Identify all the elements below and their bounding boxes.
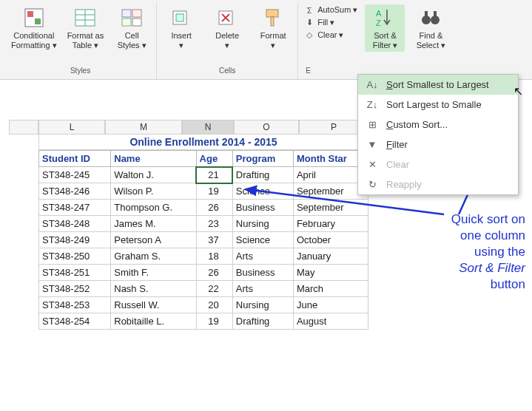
svg-rect-8 <box>132 10 141 17</box>
cell[interactable]: 26 <box>196 265 232 281</box>
column-header[interactable]: L <box>38 120 105 135</box>
column-header[interactable]: M <box>105 120 182 135</box>
table-header[interactable]: Student ID <box>39 151 111 167</box>
cell[interactable]: March <box>293 281 368 297</box>
cell-styles-icon <box>121 6 143 30</box>
data-table: Student IDNameAgeProgramMonth Star ST348… <box>38 150 368 330</box>
cell[interactable]: James M. <box>111 216 196 232</box>
cell[interactable]: 20 <box>196 297 232 313</box>
cell[interactable]: Peterson A <box>111 232 196 248</box>
group-label: E <box>306 65 311 78</box>
label: Format as <box>67 31 104 41</box>
label: ort Smallest to Largest <box>393 79 489 90</box>
table-row: ST348-249Peterson A37ScienceOctober <box>39 232 368 248</box>
cell[interactable]: February <box>293 216 368 232</box>
cell[interactable]: Graham S. <box>111 248 196 265</box>
cell[interactable]: 19 <box>196 183 232 200</box>
insert-button[interactable]: Insert ▾ <box>161 4 201 52</box>
conditional-formatting-button[interactable]: Conditional Formatting ▾ <box>9 4 59 52</box>
cell[interactable]: 21 <box>196 167 232 183</box>
cell[interactable]: 18 <box>196 248 232 265</box>
clear-button[interactable]: ◇Clear ▾ <box>303 30 359 41</box>
menu-reapply: ↻ Reapply <box>358 174 518 194</box>
find-select-button[interactable]: Find & Select ▾ <box>411 4 451 52</box>
autosum-button[interactable]: ΣAutoSum ▾ <box>303 4 359 16</box>
svg-rect-9 <box>122 18 131 26</box>
fill-button[interactable]: ⬇Fill ▾ <box>303 17 359 28</box>
cell[interactable]: Science <box>232 232 293 248</box>
label: Format <box>260 31 286 41</box>
cell[interactable]: Business <box>232 265 293 281</box>
cell[interactable]: August <box>293 313 368 330</box>
cell[interactable]: ST348-248 <box>39 216 111 232</box>
cell[interactable]: ST348-246 <box>39 183 111 200</box>
cell[interactable]: May <box>293 265 368 281</box>
sort-filter-button[interactable]: AZ Sort & Filter ▾ <box>365 4 405 52</box>
sheet-title: Online Enrollment 2014 - 2015 <box>38 135 368 150</box>
table-header[interactable]: Name <box>111 151 196 167</box>
column-header[interactable] <box>9 120 38 135</box>
cell[interactable]: 26 <box>196 200 232 216</box>
cell[interactable]: 19 <box>196 313 232 330</box>
label: Formatting ▾ <box>11 41 57 50</box>
cell[interactable]: Arts <box>232 248 293 265</box>
format-icon <box>263 6 283 30</box>
format-as-table-icon <box>74 6 96 30</box>
cell[interactable]: October <box>293 232 368 248</box>
svg-rect-22 <box>425 11 428 17</box>
svg-rect-2 <box>35 18 41 24</box>
table-row: ST348-252Nash S.22ArtsMarch <box>39 281 368 297</box>
table-header[interactable]: Program <box>232 151 293 167</box>
cell[interactable]: Arts <box>232 281 293 297</box>
menu-sort-desc[interactable]: Z↓ Sort Largest to Smalle <box>358 95 518 115</box>
svg-rect-16 <box>266 10 278 17</box>
column-header[interactable]: O <box>234 120 299 135</box>
cell[interactable]: ST348-245 <box>39 167 111 183</box>
cell[interactable]: Russell W. <box>111 297 196 313</box>
cell[interactable]: ST348-252 <box>39 281 111 297</box>
cell[interactable]: June <box>293 297 368 313</box>
cell[interactable]: Thompson G. <box>111 200 196 216</box>
cell[interactable]: Wilson P. <box>111 183 196 200</box>
svg-text:A: A <box>376 9 382 18</box>
menu-custom-sort[interactable]: ⊞ Custom Sort... <box>358 115 518 135</box>
cell[interactable]: Robitaille L. <box>111 313 196 330</box>
label: AutoSum ▾ <box>317 5 357 15</box>
cell[interactable]: Walton J. <box>111 167 196 183</box>
cell[interactable]: January <box>293 248 368 265</box>
sort-asc-icon: A↓ <box>366 79 379 90</box>
cell[interactable]: Science <box>232 183 293 200</box>
table-header[interactable]: Age <box>196 151 232 167</box>
label: Insert <box>171 31 192 41</box>
cell[interactable]: ST348-251 <box>39 265 111 281</box>
delete-button[interactable]: Delete ▾ <box>207 4 247 52</box>
cell-styles-button[interactable]: Cell Styles ▾ <box>112 4 152 52</box>
format-button[interactable]: Format ▾ <box>253 4 293 52</box>
insert-icon <box>172 6 191 30</box>
cell[interactable]: Nursing <box>232 297 293 313</box>
cell[interactable]: 37 <box>196 232 232 248</box>
label: Delete <box>215 31 239 41</box>
cell[interactable]: ST348-253 <box>39 297 111 313</box>
cell[interactable]: Smith F. <box>111 265 196 281</box>
menu-filter[interactable]: ▼ Filter <box>358 135 518 154</box>
cell[interactable]: Drafting <box>232 167 293 183</box>
cell[interactable]: Nursing <box>232 216 293 232</box>
svg-rect-23 <box>434 11 437 17</box>
format-as-table-button[interactable]: Format as Table ▾ <box>65 4 107 52</box>
cell[interactable]: ST348-249 <box>39 232 111 248</box>
label: Sort Largest to Smalle <box>386 99 482 110</box>
svg-rect-7 <box>122 10 131 17</box>
cell[interactable]: Nash S. <box>111 281 196 297</box>
cell[interactable]: Business <box>232 200 293 216</box>
menu-sort-asc[interactable]: A↓ Sort Smallest to Largest <box>358 75 518 95</box>
column-header[interactable]: N <box>182 120 234 135</box>
cell[interactable]: ST348-250 <box>39 248 111 265</box>
cell[interactable]: ST348-254 <box>39 313 111 330</box>
cell[interactable]: 23 <box>196 216 232 232</box>
cell[interactable]: 22 <box>196 281 232 297</box>
cell[interactable]: Drafting <box>232 313 293 330</box>
cell[interactable]: September <box>293 200 368 216</box>
cell[interactable]: ST348-247 <box>39 200 111 216</box>
group-editing: ΣAutoSum ▾ ⬇Fill ▾ ◇Clear ▾ AZ Sort & Fi… <box>298 3 455 79</box>
